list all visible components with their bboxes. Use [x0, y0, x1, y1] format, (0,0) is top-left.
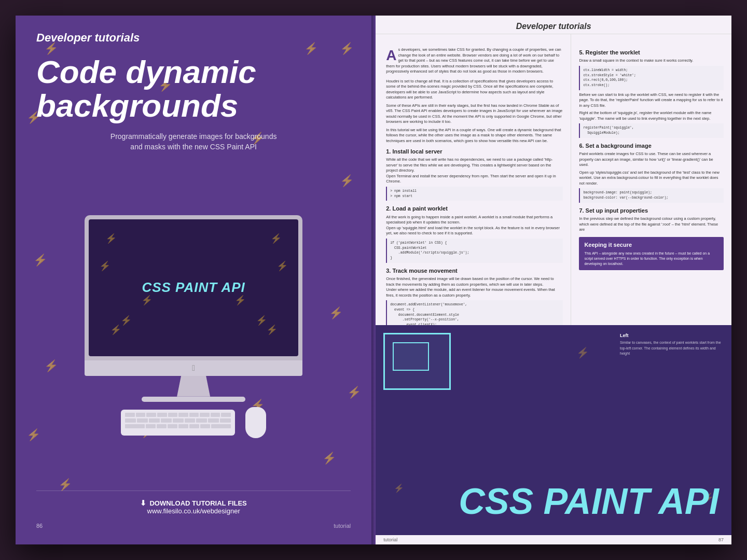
section6-heading: 6. Set a background image: [579, 142, 724, 150]
intro-text2: Houdini is set to change all that. It is…: [386, 79, 563, 101]
main-title: Code dynamic backgrounds: [36, 55, 351, 122]
intro-text3: Some of these APIs are still in their ea…: [386, 103, 563, 125]
section2-code: if ('paintWorklet' in CSS) { CSS.paintWo…: [386, 239, 563, 263]
section5-text2: Before we can start to link up the workl…: [579, 92, 724, 109]
section7-heading: 7. Set up input properties: [579, 207, 724, 215]
page-left: ⚡ ⚡ ⚡ ⚡ ⚡ ⚡ ⚡ ⚡ ⚡ ⚡ ⚡ ⚡ ⚡ ⚡ ⚡ ⚡ ⚡ ⚡ Deve…: [16, 16, 371, 544]
canvas-text: Similar to canvases, the context of pain…: [620, 340, 724, 357]
section3-text2: Under where we added the module, add an …: [386, 287, 563, 298]
section5-code: ctx.lineWidth = width; ctx.strokeStyle =…: [579, 66, 724, 90]
developer-tutorials-left: Developer tutorials: [36, 31, 351, 45]
section2-text: All the work is going to happen inside a…: [386, 215, 563, 226]
canvas-caption-area: Left Similar to canvases, the context of…: [620, 333, 724, 357]
imac-screen-outer: ⚡ ⚡ ⚡ ⚡ ⚡ ⚡ ⚡ ⚡ ⚡ ⚡ CSS PAINT API: [85, 215, 302, 360]
apple-logo: : [192, 363, 195, 373]
article-intro: A s developers, we sometimes take CSS fo…: [386, 47, 563, 75]
page-right: Developer tutorials A s developers, we s…: [376, 16, 731, 544]
screen-text: CSS PAINT API: [142, 279, 245, 296]
section6-text: Paint worklets create images for CSS to …: [579, 151, 724, 168]
highlight-text: This API – alongside any new ones create…: [584, 251, 718, 266]
section5-text: Draw a small square in the context to ma…: [579, 58, 724, 64]
section5-heading: 5. Register the worklet: [579, 49, 724, 57]
section6-text2: Open up 'styles/squiggle.css' and set th…: [579, 170, 724, 187]
css-paint-big-text: CSS PAINT API: [459, 481, 719, 522]
section2-text2: Open up 'squiggle.html' and load the wor…: [386, 226, 563, 236]
download-label: ⬇ DOWNLOAD TUTORIAL FILES: [36, 499, 351, 507]
canvas-inner-box: [393, 342, 429, 371]
download-arrow-icon: ⬇: [140, 499, 146, 507]
section1-code: > npm install > npm start: [386, 187, 563, 201]
section3-text: Once finished, the generated image will …: [386, 276, 563, 287]
canvas-label: Left: [620, 333, 724, 338]
keyboard-mouse-area: [121, 407, 266, 438]
intro-letter: A: [386, 48, 396, 63]
imac-chin: : [85, 360, 302, 376]
section3-heading: 3. Track mouse movement: [386, 267, 563, 275]
section1-text: While all the code that we will write ha…: [386, 157, 563, 174]
book-spread: ⚡ ⚡ ⚡ ⚡ ⚡ ⚡ ⚡ ⚡ ⚡ ⚡ ⚡ ⚡ ⚡ ⚡ ⚡ ⚡ ⚡ ⚡ Deve…: [16, 16, 731, 544]
intro-text: s developers, we sometimes take CSS for …: [386, 47, 561, 74]
page-number-right: 87: [718, 537, 724, 542]
page-type-right: tutorial: [383, 537, 397, 542]
page-number-left: 86: [36, 523, 43, 529]
page-right-top: A s developers, we sometimes take CSS fo…: [376, 34, 731, 325]
page-type-left: tutorial: [334, 523, 351, 529]
developer-tutorials-right: Developer tutorials: [376, 16, 731, 34]
section7-text: In the previous step we defined the back…: [579, 216, 724, 233]
page-footer: tutorial 87: [376, 535, 731, 544]
imac-stand: [173, 376, 214, 397]
subtitle: Programmatically generate images for bac…: [36, 132, 351, 152]
canvas-outer-box: [383, 333, 451, 390]
section5-code2: registerPaint('squiggle', SquiggleModule…: [579, 123, 724, 138]
monitor-area: ⚡ ⚡ ⚡ ⚡ ⚡ ⚡ ⚡ ⚡ ⚡ ⚡ CSS PAINT API: [36, 167, 351, 485]
imac-screen-inner: ⚡ ⚡ ⚡ ⚡ ⚡ ⚡ ⚡ ⚡ ⚡ ⚡ CSS PAINT API: [89, 219, 298, 356]
section1-text2: Open Terminal and install the server dep…: [386, 174, 563, 185]
section6-code: background-image: paint(squiggle); backg…: [579, 188, 724, 203]
mouse: [245, 407, 266, 438]
right-sidebar: 5. Register the worklet Draw a small squ…: [571, 34, 731, 325]
page-bottom: 86 tutorial: [36, 520, 351, 529]
page-right-bottom: Left Similar to canvases, the context of…: [376, 325, 731, 535]
highlight-box: Keeping it secure This API – alongside a…: [579, 237, 724, 271]
canvas-preview-area: [383, 333, 451, 390]
imac-base: [142, 397, 245, 402]
intro-text4: In this tutorial we will be using the AP…: [386, 128, 563, 144]
download-url: www.filesilo.co.uk/webdesigner: [36, 507, 351, 515]
highlight-title: Keeping it secure: [584, 241, 718, 249]
download-section: ⬇ DOWNLOAD TUTORIAL FILES www.filesilo.c…: [36, 491, 351, 520]
section2-heading: 2. Load a paint worklet: [386, 205, 563, 213]
section5-text3: Right at the bottom of 'squiggle.js', re…: [579, 110, 724, 121]
section1-heading: 1. Install local server: [386, 148, 563, 156]
keyboard: [121, 410, 235, 436]
right-article: A s developers, we sometimes take CSS fo…: [376, 34, 571, 325]
book-spine: [371, 16, 376, 544]
imac-computer: ⚡ ⚡ ⚡ ⚡ ⚡ ⚡ ⚡ ⚡ ⚡ ⚡ CSS PAINT API: [85, 215, 302, 438]
